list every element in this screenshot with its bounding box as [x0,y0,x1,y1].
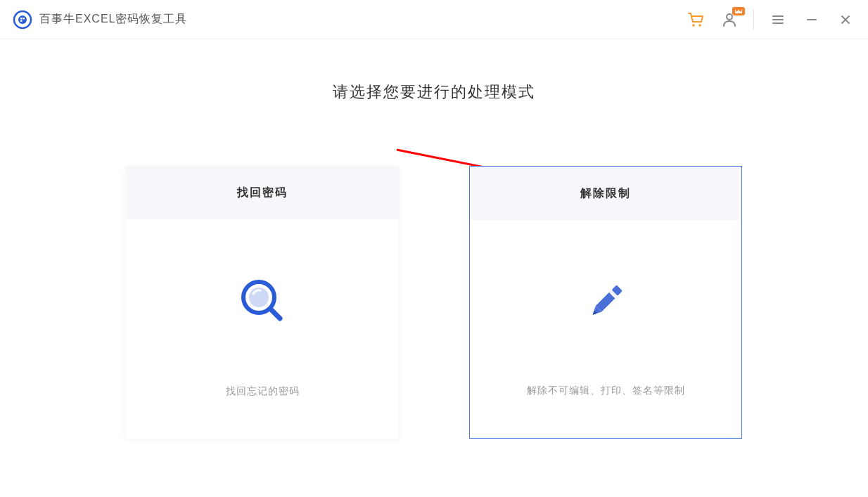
card-icon-wrap [581,220,630,385]
svg-point-7 [727,14,732,20]
card-title: 找回密码 [237,186,288,200]
card-description: 解除不可编辑、打印、签名等限制 [527,385,685,438]
svg-rect-3 [23,18,25,20]
user-icon[interactable] [720,10,739,30]
page-title: 请选择您要进行的处理模式 [333,82,535,103]
card-title-bar: 解除限制 [470,167,741,220]
vip-badge-icon [732,7,745,15]
svg-rect-4 [20,20,23,22]
mode-cards: 找回密码 找回忘记的密码 解除限制 [126,166,742,439]
recover-password-card[interactable]: 找回密码 找回忘记的密码 [126,166,399,439]
app-title: 百事牛EXCEL密码恢复工具 [39,12,187,27]
close-button[interactable] [836,10,855,30]
magnifier-icon [238,276,287,328]
svg-point-6 [698,24,701,27]
title-bar: 百事牛EXCEL密码恢复工具 [0,0,868,39]
card-icon-wrap [238,219,287,385]
main-content: 请选择您要进行的处理模式 找回密码 [0,39,868,439]
svg-rect-2 [20,18,23,20]
cart-icon[interactable] [686,10,706,30]
remove-restriction-card[interactable]: 解除限制 解除不可编辑、打印、签名等限制 [469,166,742,439]
header-left: 百事牛EXCEL密码恢复工具 [13,10,187,30]
svg-point-1 [18,15,27,24]
svg-line-18 [271,309,280,318]
card-title: 解除限制 [580,186,631,201]
pencil-icon [581,276,630,328]
card-title-bar: 找回密码 [126,166,399,219]
header-right [686,10,855,30]
card-description: 找回忘记的密码 [226,385,300,439]
header-divider [753,10,754,30]
svg-point-5 [692,24,695,27]
minimize-button[interactable] [802,10,822,30]
menu-icon[interactable] [768,10,788,30]
app-logo-icon [13,10,32,30]
